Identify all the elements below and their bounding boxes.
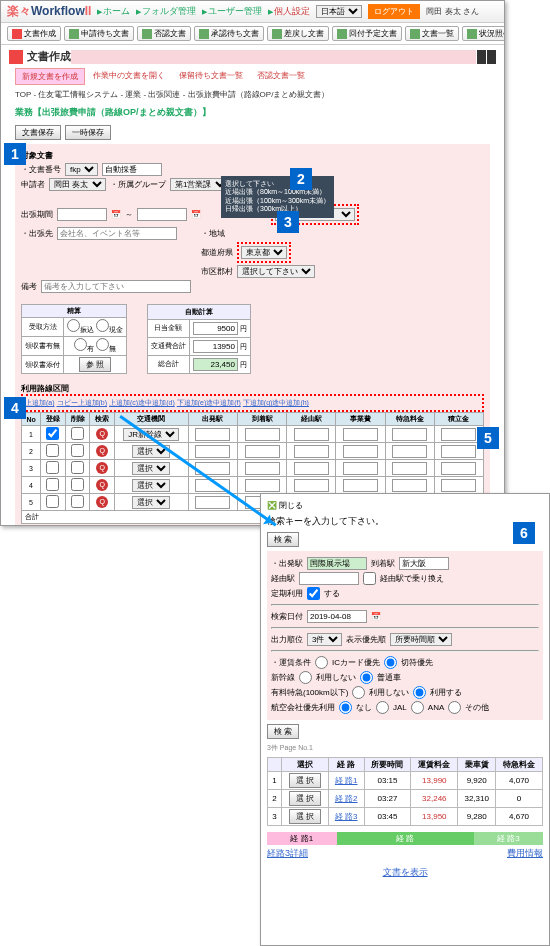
fare1[interactable]	[343, 462, 378, 475]
search-button-2[interactable]: 検 索	[267, 724, 299, 739]
nav-folder[interactable]: フォルダ管理	[136, 5, 196, 18]
bullet-normal[interactable]	[360, 671, 373, 684]
via-transfer-chk[interactable]	[363, 572, 376, 585]
route-link[interactable]: 下追加(g)途中追加(h)	[243, 399, 309, 406]
edit-icon[interactable]	[476, 50, 486, 64]
cond-ticket[interactable]	[384, 656, 397, 669]
dep-input[interactable]	[195, 496, 230, 509]
fare3[interactable]	[441, 462, 476, 475]
route-bar-2[interactable]: 経 路	[337, 832, 474, 845]
row-del[interactable]	[71, 427, 84, 440]
docno-input[interactable]	[102, 163, 162, 176]
via-cell[interactable]	[294, 445, 329, 458]
air-jal[interactable]	[376, 701, 389, 714]
nav-home[interactable]: ホーム	[97, 5, 130, 18]
select-route-3[interactable]: 選 択	[289, 809, 321, 824]
refresh-icon[interactable]	[486, 50, 496, 64]
toolbar-3[interactable]: 承認待ち文書	[194, 26, 264, 41]
row-reg[interactable]	[46, 427, 59, 440]
arr-input[interactable]	[245, 479, 280, 492]
remarks-input[interactable]	[41, 280, 191, 293]
route-link-3[interactable]: 経 路3	[335, 812, 358, 821]
toolbar-5[interactable]: 回付予定文書	[332, 26, 402, 41]
ltd-no[interactable]	[352, 686, 365, 699]
tab-1[interactable]: 作業中の文書を開く	[87, 68, 171, 85]
route-link[interactable]: 下追加(e)途中追加(f)	[177, 399, 241, 406]
dest-input[interactable]	[57, 227, 177, 240]
select-route-2[interactable]: 選 択	[289, 791, 321, 806]
row-reg[interactable]	[46, 444, 59, 457]
via-cell[interactable]	[294, 428, 329, 441]
air-ana[interactable]	[411, 701, 424, 714]
via-input[interactable]	[299, 572, 359, 585]
tab-0[interactable]: 新規文書を作成	[15, 68, 85, 85]
pref-select[interactable]: 東京都	[241, 246, 287, 259]
save-button[interactable]: 文書保存	[15, 125, 61, 140]
bullet-no[interactable]	[299, 671, 312, 684]
row-del[interactable]	[71, 461, 84, 474]
route-link[interactable]: コピー上追加(b)	[57, 399, 108, 406]
daily-input[interactable]	[193, 322, 238, 335]
row-reg[interactable]	[46, 495, 59, 508]
fare2[interactable]	[392, 445, 427, 458]
receipt-no[interactable]	[96, 338, 109, 351]
search-icon[interactable]: Q	[96, 462, 108, 474]
disp-order[interactable]: 所要時間順	[390, 633, 452, 646]
teiki-chk[interactable]	[307, 587, 320, 600]
close-link[interactable]: 閉じる	[279, 501, 303, 510]
city-select[interactable]: 選択して下さい	[237, 265, 315, 278]
fare1[interactable]	[343, 445, 378, 458]
show-doc-link[interactable]: 文書を表示	[383, 867, 428, 877]
air-other[interactable]	[448, 701, 461, 714]
search-icon[interactable]: Q	[96, 428, 108, 440]
dep-input[interactable]	[195, 445, 230, 458]
route-link[interactable]: 上追加(a)	[25, 399, 55, 406]
fare3[interactable]	[441, 445, 476, 458]
row-del[interactable]	[71, 444, 84, 457]
row-del[interactable]	[71, 495, 84, 508]
arr-input[interactable]	[245, 445, 280, 458]
route-link-2[interactable]: 経 路2	[335, 794, 358, 803]
trans-sel[interactable]: 選択	[132, 462, 170, 475]
receipt-yes[interactable]	[74, 338, 87, 351]
toolbar-1[interactable]: 申請待ち文書	[64, 26, 134, 41]
period-to[interactable]	[137, 208, 187, 221]
search-date[interactable]	[307, 610, 367, 623]
air-none[interactable]	[339, 701, 352, 714]
to-input[interactable]	[399, 557, 449, 570]
row-reg[interactable]	[46, 478, 59, 491]
logout-button[interactable]: ログアウト	[368, 4, 420, 19]
cond-ic[interactable]	[315, 656, 328, 669]
select-route-1[interactable]: 選 択	[289, 773, 321, 788]
fare2[interactable]	[392, 462, 427, 475]
search-icon[interactable]: Q	[96, 479, 108, 491]
trans-sel[interactable]: 選択	[132, 479, 170, 492]
ltd-yes[interactable]	[413, 686, 426, 699]
fare2[interactable]	[392, 428, 427, 441]
browse-button[interactable]: 参 照	[79, 357, 111, 372]
search-button-top[interactable]: 検 索	[267, 532, 299, 547]
toolbar-4[interactable]: 差戻し文書	[267, 26, 329, 41]
out-count[interactable]: 3件	[307, 633, 342, 646]
tab-2[interactable]: 保留待ち文書一覧	[173, 68, 249, 85]
route-bar-3[interactable]: 経 路3	[474, 832, 544, 845]
route-bar-1[interactable]: 経 路1	[267, 832, 337, 845]
toolbar-7[interactable]: 状況照会	[462, 26, 505, 41]
period-from[interactable]	[57, 208, 107, 221]
lang-select[interactable]: 日本語	[316, 5, 362, 18]
route-link-1[interactable]: 経 路1	[335, 776, 358, 785]
docno-prefix[interactable]: fkp	[65, 163, 98, 176]
hold-button[interactable]: 一時保存	[65, 125, 111, 140]
route-link[interactable]: 上追加(c)途中追加(d)	[109, 399, 175, 406]
search-icon[interactable]: Q	[96, 445, 108, 457]
from-input[interactable]	[307, 557, 367, 570]
toolbar-2[interactable]: 否認文書	[137, 26, 191, 41]
via-cell[interactable]	[294, 479, 329, 492]
recv-cash[interactable]	[96, 319, 109, 332]
row-reg[interactable]	[46, 461, 59, 474]
arr-input[interactable]	[245, 428, 280, 441]
arr-input[interactable]	[245, 462, 280, 475]
search-icon[interactable]: Q	[96, 496, 108, 508]
tab-3[interactable]: 否認文書一覧	[251, 68, 311, 85]
fare1[interactable]	[343, 479, 378, 492]
